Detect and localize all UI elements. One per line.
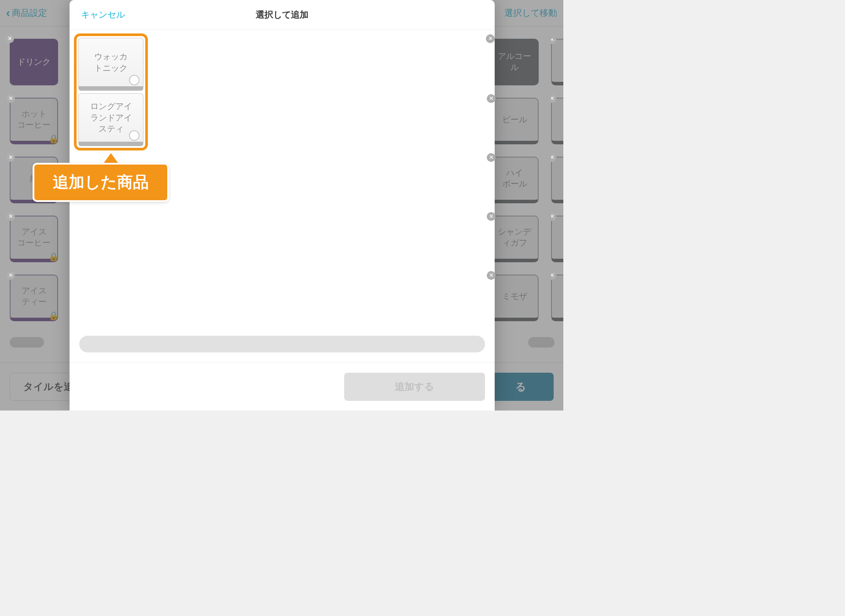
modal-header: キャンセル 選択して追加	[70, 0, 495, 30]
close-icon[interactable]: ✕	[487, 271, 496, 280]
close-icon[interactable]: ✕	[487, 153, 496, 162]
callout-arrow-icon	[104, 153, 118, 163]
scroll-track[interactable]	[79, 336, 485, 352]
close-icon[interactable]: ✕	[6, 271, 15, 280]
selected-product-tile[interactable]: ロングアイ ランドアイ スティ	[78, 93, 143, 146]
modal-footer: 追加する	[70, 362, 495, 411]
selected-products-highlight: ウォッカ トニックロングアイ ランドアイ スティ	[74, 33, 148, 150]
select-add-modal: キャンセル 選択して追加 ウォッカ トニックロングアイ ランドアイ スティ 追加…	[70, 0, 495, 411]
close-icon[interactable]: ✕	[6, 94, 15, 103]
selected-product-tile[interactable]: ウォッカ トニック	[78, 38, 143, 91]
close-icon[interactable]: ✕	[6, 212, 15, 221]
callout-label: 追加した商品	[33, 163, 169, 202]
add-button[interactable]: 追加する	[344, 373, 485, 401]
close-icon[interactable]: ✕	[5, 34, 14, 43]
close-icon[interactable]: ✕	[486, 34, 495, 43]
cancel-button[interactable]: キャンセル	[81, 9, 125, 21]
modal-title: 選択して追加	[256, 9, 309, 21]
modal-body: ウォッカ トニックロングアイ ランドアイ スティ 追加した商品	[70, 30, 495, 362]
selected-tile-label: ウォッカ トニック	[94, 51, 128, 73]
close-icon[interactable]: ✕	[487, 212, 496, 221]
selected-tile-label: ロングアイ ランドアイ スティ	[90, 101, 132, 135]
radio-icon[interactable]	[129, 75, 140, 85]
close-icon[interactable]: ✕	[487, 94, 496, 103]
close-icon[interactable]: ✕	[6, 153, 15, 162]
radio-icon[interactable]	[129, 130, 140, 141]
